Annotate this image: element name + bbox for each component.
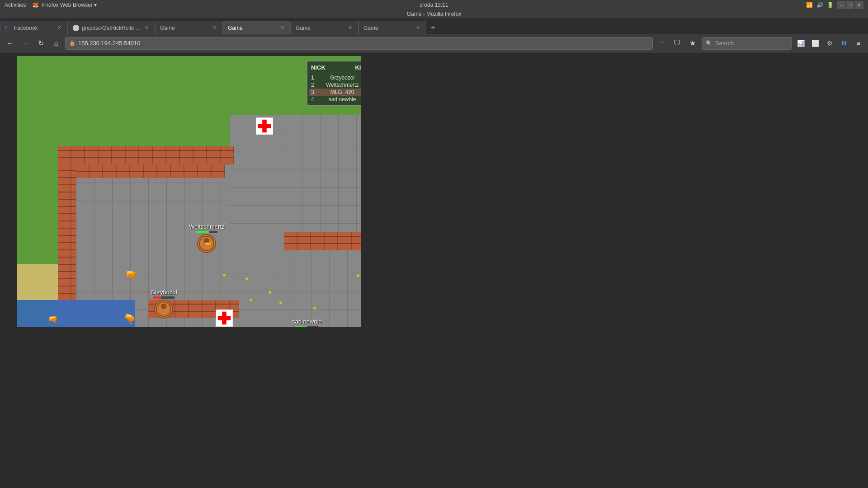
- toolbar: ← → ↻ ⌂ 🔒 155.230.194.245:54010 ⋯ 🛡 ★ 🔍 …: [0, 34, 868, 52]
- bullet-5: [279, 301, 282, 304]
- split-icon[interactable]: ⬜: [809, 38, 821, 49]
- tab-close-github[interactable]: ✕: [143, 24, 150, 32]
- player-name-grzybozol: Grzybozol: [151, 289, 177, 296]
- brick-wall-left: [58, 146, 76, 300]
- reload-button[interactable]: ↻: [34, 37, 47, 50]
- name-1: Grzybozol: [330, 75, 354, 81]
- tab-label-facebook: Facebook: [14, 25, 38, 31]
- menu-button[interactable]: ≡: [853, 38, 864, 49]
- gun-ground-1: 🔫: [124, 269, 137, 281]
- scoreboard: NICK KILLS 1. Grzybozol 1 2. Weltschmert…: [307, 61, 361, 106]
- tabbar: f Facebook ✕ ● grypesc/GetRickRolled... …: [0, 18, 868, 34]
- gun-ground-3: 🔫: [47, 314, 58, 325]
- health-cross-mid: [215, 309, 233, 327]
- sprite-weltschmertz: 🔫: [197, 234, 216, 253]
- tab-game3[interactable]: Game ✕: [291, 21, 359, 34]
- nick-header: NICK: [311, 64, 326, 71]
- forward-button[interactable]: →: [19, 37, 32, 50]
- healthbar-fill-sadnewbie: [296, 326, 307, 327]
- player-sadnewbie: sad newbie: [292, 318, 322, 327]
- score-row-4: 4. sad newbie 0: [309, 96, 361, 103]
- brick-wall-inner-top: [76, 164, 225, 178]
- healthbar-grzybozol: [153, 296, 175, 299]
- kills-header: KILLS: [355, 64, 361, 71]
- game-wrapper: NICK KILLS 1. Grzybozol 1 2. Weltschmert…: [17, 56, 361, 327]
- window-title-text: Game - Mozilla Firefox: [407, 11, 462, 17]
- svg-text:🔫: 🔫: [204, 241, 212, 249]
- search-icon: 🔍: [706, 40, 712, 47]
- bullet-6: [313, 307, 316, 310]
- search-placeholder: Search: [715, 40, 734, 47]
- healthbar-fill-grzybozol: [153, 296, 161, 299]
- name-3: MLG_420: [330, 89, 354, 95]
- maximize-button[interactable]: □: [846, 1, 854, 9]
- profile-icon[interactable]: N: [838, 38, 850, 49]
- titlebar-left: Activities 🦊 Firefox Web Browser ▾: [5, 2, 97, 8]
- volume-icon: 🔊: [816, 2, 823, 8]
- tab-game1[interactable]: Game ✕: [155, 21, 223, 34]
- tab-close-facebook[interactable]: ✕: [56, 24, 63, 32]
- tab-close-game2[interactable]: ✕: [279, 24, 286, 32]
- reader-icon[interactable]: 📊: [795, 38, 807, 49]
- rank-3: 3.: [311, 89, 316, 95]
- healthbar-sadnewbie: [296, 326, 318, 327]
- player-grzybozol: Grzybozol: [151, 289, 177, 319]
- bullet-2: [245, 277, 248, 280]
- tab-label-game4: Game: [363, 25, 378, 31]
- window-controls[interactable]: ─ □ ✕: [837, 1, 863, 9]
- tab-close-game1[interactable]: ✕: [211, 24, 218, 32]
- tab-facebook[interactable]: f Facebook ✕: [0, 21, 68, 34]
- name-4: sad newbie: [329, 96, 356, 103]
- bullet-3: [269, 291, 271, 294]
- firefox-icon: 🦊: [32, 2, 39, 8]
- tab-close-game3[interactable]: ✕: [347, 24, 354, 32]
- home-button[interactable]: ⌂: [50, 37, 62, 50]
- player-weltschmertz: Weltschmertz 🔫: [189, 223, 225, 253]
- svg-rect-5: [218, 316, 231, 320]
- sand-area-left: [17, 264, 58, 300]
- activities-label[interactable]: Activities: [5, 2, 26, 8]
- shield-icon[interactable]: 🛡: [671, 37, 684, 50]
- new-tab-button[interactable]: +: [426, 21, 440, 34]
- star-icon[interactable]: ★: [686, 37, 699, 50]
- tab-favicon-facebook: f: [5, 25, 11, 31]
- score-row-1: 1. Grzybozol 1: [309, 74, 361, 81]
- address-bar[interactable]: 🔒 155.230.194.245:54010: [65, 37, 653, 50]
- health-cross-top: [255, 117, 274, 135]
- back-button[interactable]: ←: [4, 37, 16, 50]
- svg-rect-2: [258, 124, 271, 128]
- battery-icon: 🔋: [827, 2, 834, 8]
- tab-label-github: grypesc/GetRickRolled...: [82, 25, 141, 31]
- healthbar-fill-weltschmertz: [196, 231, 209, 233]
- tab-close-game4[interactable]: ✕: [415, 24, 421, 32]
- page-background: Activities 🦊 Firefox Web Browser ▾ środa…: [0, 0, 868, 488]
- name-2: Weltschmertz: [326, 82, 359, 88]
- rank-1: 1.: [311, 75, 316, 81]
- settings-icon[interactable]: ⚙: [824, 38, 835, 49]
- address-text: 155.230.194.245:54010: [78, 40, 140, 47]
- tab-game2[interactable]: Game ✕: [223, 21, 291, 34]
- player-name-weltschmertz: Weltschmertz: [189, 223, 225, 230]
- game-canvas: NICK KILLS 1. Grzybozol 1 2. Weltschmert…: [17, 56, 361, 327]
- water-area: [17, 300, 135, 327]
- minimize-button[interactable]: ─: [837, 1, 845, 9]
- brick-wall-top: [58, 146, 234, 164]
- tab-favicon-github: ●: [73, 25, 79, 31]
- bullet-4: [250, 299, 252, 301]
- lock-icon: 🔒: [69, 40, 75, 46]
- tab-github[interactable]: ● grypesc/GetRickRolled... ✕: [68, 21, 155, 34]
- healthbar-weltschmertz: [196, 231, 217, 233]
- tab-game4[interactable]: Game ✕: [359, 21, 426, 34]
- browser-label: Firefox Web Browser ▾: [42, 2, 97, 8]
- tab-label-game2: Game: [228, 25, 243, 31]
- svg-point-10: [161, 304, 166, 309]
- bookmarks-icon[interactable]: ⋯: [656, 37, 668, 50]
- brick-wall-right-top: [284, 232, 361, 250]
- search-bar[interactable]: 🔍 Search: [702, 37, 792, 50]
- player-name-sadnewbie: sad newbie: [292, 318, 322, 325]
- wifi-icon: 📶: [806, 2, 813, 8]
- close-button[interactable]: ✕: [855, 1, 863, 9]
- scoreboard-header: NICK KILLS: [309, 63, 361, 72]
- titlebar: Activities 🦊 Firefox Web Browser ▾ środa…: [0, 0, 868, 10]
- titlebar-right: 📶 🔊 🔋 ─ □ ✕: [806, 1, 863, 9]
